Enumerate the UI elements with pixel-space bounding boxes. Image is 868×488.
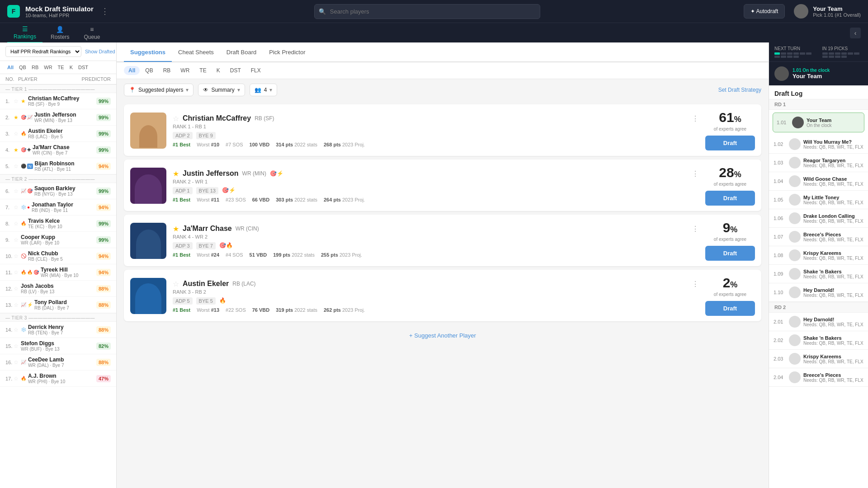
card-more-mccaffrey[interactable]: ⋮ bbox=[692, 114, 699, 123]
draft-pick-1-02[interactable]: 1.02 Will You Murray Me? Needs: QB, RB, … bbox=[769, 135, 868, 154]
draft-pick-2-03[interactable]: 2.03 Krispy Kareems Needs: QB, RB, WR, T… bbox=[769, 350, 868, 368]
card-star-mccaffrey[interactable]: ☆ bbox=[173, 114, 179, 123]
player-row[interactable]: 11. ☆ 🔥🔥🎯 Tyreek HillWR (MIA) · Bye 10 9… bbox=[0, 264, 116, 281]
center-tabs: Suggestions Cheat Sheets Draft Board Pic… bbox=[117, 42, 769, 62]
card-name-jefferson: Justin Jefferson bbox=[183, 169, 239, 178]
player-row[interactable]: 9. ☆ Cooper KuppWR (LAR) · Bye 10 99% bbox=[0, 232, 116, 248]
player-photo-chase bbox=[130, 223, 166, 259]
draft-pick-1-06[interactable]: 1.06 Drake London Calling Needs: QB, RB,… bbox=[769, 209, 868, 228]
sidebar-collapse[interactable]: ‹ bbox=[850, 28, 861, 38]
player-card-mccaffrey: ☆ Christian McCaffrey RB (SF) ⋮ RANK 1 -… bbox=[124, 104, 761, 156]
pos-filter-k[interactable]: K bbox=[68, 64, 75, 71]
pos-pill-all[interactable]: All bbox=[124, 66, 140, 75]
search-icon: 🔍 bbox=[319, 8, 326, 15]
player-card-chase: ★ Ja'Marr Chase WR (CIN) ⋮ RANK 4 - WR 2… bbox=[124, 215, 761, 266]
your-team-nav: Your Team Pick 1.01 (#1 Overall) bbox=[794, 4, 861, 19]
tab-suggestions[interactable]: Suggestions bbox=[124, 43, 172, 62]
player-row[interactable]: 5. ☆ ⚫N Bijan RobinsonRB (ATL) · Bye 11 … bbox=[0, 158, 116, 174]
draft-button-jefferson[interactable]: Draft bbox=[705, 191, 755, 206]
tier-2-label: — Tier 2 —————————————— bbox=[0, 174, 116, 183]
draft-pick-1-04[interactable]: 1.04 Wild Goose Chase Needs: QB, RB, WR,… bbox=[769, 172, 868, 191]
pos-filter-all[interactable]: All bbox=[5, 64, 15, 71]
tab-draft-board[interactable]: Draft Board bbox=[220, 42, 263, 61]
autodraft-button[interactable]: ✦ Autodraft bbox=[744, 4, 785, 19]
pos-pill-k[interactable]: K bbox=[212, 66, 225, 75]
suggest-another[interactable]: + Suggest Another Player bbox=[117, 325, 769, 346]
tier-1-label: — Tier 1 —————————————— bbox=[0, 84, 116, 93]
card-name-mccaffrey: Christian McCaffrey bbox=[183, 114, 251, 122]
tab-cheat-sheets[interactable]: Cheat Sheets bbox=[172, 42, 220, 61]
player-row[interactable]: 4. ★ 🎯✚ Ja'Marr ChaseWR (CIN) · Bye 7 99… bbox=[0, 142, 116, 158]
filter-count[interactable]: 👥4▾ bbox=[250, 84, 278, 96]
player-photo-jefferson bbox=[130, 168, 166, 204]
pos-filter-wr[interactable]: WR bbox=[42, 64, 54, 71]
pos-pill-wr[interactable]: WR bbox=[176, 66, 194, 75]
card-more-chase[interactable]: ⋮ bbox=[692, 225, 699, 233]
draft-pick-2-02[interactable]: 2.02 Shake 'n Bakers Needs: QB, RB, WR, … bbox=[769, 331, 868, 350]
pos-filter-rb[interactable]: RB bbox=[30, 64, 40, 71]
player-row[interactable]: 10. ☆ 🚫 Nick ChubbRB (CLE) · Bye 5 94% bbox=[0, 248, 116, 264]
show-drafted-button[interactable]: Show Drafted bbox=[85, 49, 115, 54]
player-photo-ekeler bbox=[130, 278, 166, 314]
pos-pill-flx[interactable]: FLX bbox=[246, 66, 265, 75]
round-2-header: RD 2 bbox=[769, 302, 868, 313]
draft-log-title: Draft Log bbox=[769, 85, 868, 99]
card-star-ekeler[interactable]: ☆ bbox=[173, 280, 179, 288]
draft-pick-2-04[interactable]: 2.04 Breece's Pieces Needs: QB, RB, WR, … bbox=[769, 368, 868, 387]
card-star-chase[interactable]: ★ bbox=[173, 225, 179, 233]
player-row[interactable]: 16. ☆ 📈 CeeDee LambWR (DAL) · Bye 7 88% bbox=[0, 354, 116, 371]
card-pos-mccaffrey: RB (SF) bbox=[255, 115, 274, 122]
tier-3-label: — Tier 3 —————————————— bbox=[0, 313, 116, 322]
your-team-avatar bbox=[774, 66, 789, 81]
draft-pick-1-01[interactable]: 1.01 Your Team On the clock bbox=[773, 113, 864, 132]
right-panel: NEXT TURN IN 19 PICK bbox=[769, 42, 868, 488]
tab-rosters[interactable]: 👤 Rosters bbox=[44, 23, 75, 43]
card-more-ekeler[interactable]: ⋮ bbox=[692, 280, 699, 288]
pos-pill-rb[interactable]: RB bbox=[159, 66, 175, 75]
draft-button-ekeler[interactable]: Draft bbox=[705, 301, 755, 316]
ranking-select[interactable]: Half PPR Redraft Rankings bbox=[5, 46, 81, 57]
tab-pick-predictor[interactable]: Pick Predictor bbox=[263, 42, 311, 61]
tab-rankings[interactable]: ☰ Rankings bbox=[7, 23, 42, 43]
draft-pick-1-10[interactable]: 1.10 Hey Darnold! Needs: QB, RB, WR, TE,… bbox=[769, 283, 868, 302]
pos-filter-qb[interactable]: QB bbox=[17, 64, 28, 71]
player-row[interactable]: 14. ☆ ❄️ Derrick HenryRB (TEN) · Bye 7 8… bbox=[0, 322, 116, 338]
player-row[interactable]: 17. ☆ 🔥 A.J. BrownWR (PHI) · Bye 10 47% bbox=[0, 371, 116, 387]
draft-button-chase[interactable]: Draft bbox=[705, 246, 755, 261]
player-row[interactable]: 7. ☆ ❄️● Jonathan TaylorRB (IND) · Bye 1… bbox=[0, 199, 116, 216]
card-star-jefferson[interactable]: ★ bbox=[173, 169, 179, 178]
draft-pick-1-03[interactable]: 1.03 Reagor Targaryen Needs: QB, RB, WR,… bbox=[769, 154, 868, 172]
top-nav: F Mock Draft Simulator 10-teams, Half PP… bbox=[0, 0, 868, 23]
filter-suggested-players[interactable]: 📍Suggested players▾ bbox=[124, 84, 193, 96]
pos-pill-qb[interactable]: QB bbox=[141, 66, 157, 75]
predictor-sort[interactable]: PREDICTOR bbox=[81, 76, 111, 82]
pos-pill-te[interactable]: TE bbox=[195, 66, 211, 75]
set-draft-strategy[interactable]: Set Draft Strategy bbox=[718, 87, 761, 93]
player-photo-mccaffrey bbox=[130, 113, 166, 149]
draft-pick-1-08[interactable]: 1.08 Krispy Kareems Needs: QB, RB, WR, T… bbox=[769, 246, 868, 265]
pos-filter-dst[interactable]: DST bbox=[76, 64, 90, 71]
card-more-jefferson[interactable]: ⋮ bbox=[692, 169, 699, 178]
player-row[interactable]: 6. ☆ 📈🎯 Saquon BarkleyRB (NYG) · Bye 13 … bbox=[0, 183, 116, 199]
draft-button-mccaffrey[interactable]: Draft bbox=[705, 136, 755, 150]
app-title: Mock Draft Simulator 10-teams, Half PPR bbox=[25, 5, 94, 18]
pos-pill-dst[interactable]: DST bbox=[226, 66, 245, 75]
draft-pick-1-09[interactable]: 1.09 Shake 'n Bakers Needs: QB, RB, WR, … bbox=[769, 265, 868, 283]
main-layout: Half PPR Redraft Rankings Show Drafted A… bbox=[0, 42, 868, 488]
player-row[interactable]: 13. ☆ 📈⚡ Tony PollardRB (DAL) · Bye 7 88… bbox=[0, 297, 116, 313]
player-row[interactable]: 15. ☆ Stefon DiggsWR (BUF) · Bye 13 82% bbox=[0, 338, 116, 354]
player-row[interactable]: 12. ☆ Josh JacobsRB (LV) · Bye 13 88% bbox=[0, 281, 116, 297]
player-row[interactable]: 8. ☆ 🔥 Travis KelceTE (KC) · Bye 10 99% bbox=[0, 216, 116, 232]
player-row[interactable]: 1. ☆ ★ Christian McCaffreyRB (SF) · Bye … bbox=[0, 93, 116, 109]
draft-pick-2-01[interactable]: 2.01 Hey Darnold! Needs: QB, RB, WR, TE,… bbox=[769, 313, 868, 331]
sub-nav: ☰ Rankings 👤 Rosters ≡ Queue ‹ bbox=[0, 23, 868, 42]
draft-pick-1-07[interactable]: 1.07 Breece's Pieces Needs: QB, RB, WR, … bbox=[769, 228, 868, 246]
player-row[interactable]: 3. ☆ 🔥 Austin EkelerRB (LAC) · Bye 5 99% bbox=[0, 126, 116, 142]
draft-pick-1-05[interactable]: 1.05 My Little Toney Needs: QB, RB, WR, … bbox=[769, 191, 868, 209]
tab-queue[interactable]: ≡ Queue bbox=[77, 23, 106, 43]
pos-filter-te[interactable]: TE bbox=[56, 64, 66, 71]
player-row[interactable]: 2. ★ 🎯📈 Justin JeffersonWR (MIN) · Bye 1… bbox=[0, 109, 116, 126]
more-options-icon[interactable]: ⋮ bbox=[99, 5, 111, 18]
search-input[interactable] bbox=[314, 4, 540, 19]
filter-summary[interactable]: 👁Summary▾ bbox=[198, 84, 245, 96]
